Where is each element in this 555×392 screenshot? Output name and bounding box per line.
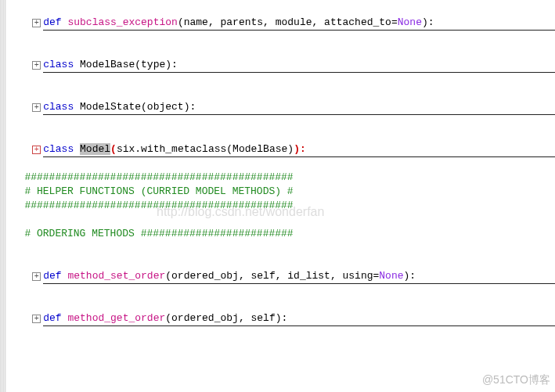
code-editor: +def subclass_exception(name, parents, m…	[6, 0, 555, 311]
code-line-class-model[interactable]: +class Model(six.with_metaclass(ModelBas…	[6, 128, 555, 142]
class-name-highlighted: Model	[80, 143, 110, 155]
code-line-class-modelbase[interactable]: +class ModelBase(type):	[6, 44, 555, 58]
keyword-class: class	[43, 101, 74, 113]
code-line-def-method-get-order[interactable]: +def method_get_order(ordered_obj, self)…	[6, 297, 555, 311]
fold-icon[interactable]: +	[32, 146, 41, 154]
fold-icon[interactable]: +	[32, 272, 41, 281]
keyword-def: def	[43, 312, 61, 324]
code-line-def-subclass-exception[interactable]: +def subclass_exception(name, parents, m…	[6, 2, 555, 16]
fold-icon[interactable]: +	[32, 61, 41, 70]
comment-line: # HELPER FUNCTIONS (CURRIED MODEL METHOD…	[6, 185, 555, 199]
fold-icon[interactable]: +	[32, 19, 41, 27]
watermark-text: @51CTO博客	[482, 373, 550, 387]
keyword-none: None	[398, 16, 422, 28]
function-name: subclass_exception	[67, 16, 177, 28]
comment-line: # ORDERING METHODS #####################…	[6, 227, 555, 241]
class-name: ModelState	[80, 101, 141, 113]
class-name: ModelBase	[80, 59, 135, 70]
function-name: method_get_order	[67, 312, 165, 324]
keyword-class: class	[43, 59, 74, 70]
comment-line: ########################################…	[6, 171, 555, 185]
code-line-def-method-set-order[interactable]: +def method_set_order(ordered_obj, self,…	[6, 255, 555, 269]
code-line-class-modelstate[interactable]: +class ModelState(object):	[6, 86, 555, 100]
param-list: (name, parents, module, attached_to=	[178, 16, 398, 28]
editor-gutter	[0, 0, 6, 392]
fold-icon[interactable]: +	[32, 103, 41, 112]
keyword-def: def	[43, 16, 61, 28]
function-name: method_set_order	[67, 270, 165, 282]
keyword-class: class	[43, 143, 74, 155]
fold-icon[interactable]: +	[32, 315, 41, 323]
keyword-def: def	[43, 270, 61, 282]
comment-line: ########################################…	[6, 199, 555, 213]
keyword-none: None	[379, 270, 403, 282]
